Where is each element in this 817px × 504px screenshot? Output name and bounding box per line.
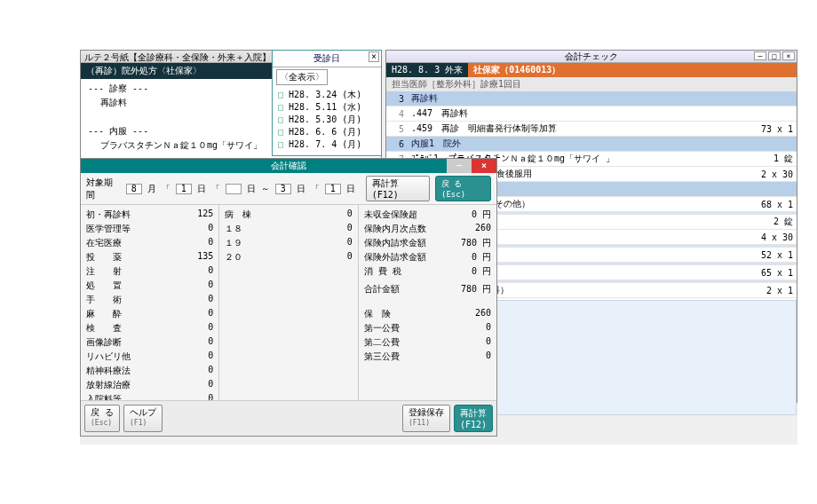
close-icon[interactable]: × — [782, 51, 795, 60]
summary-row: 保険外請求金額0 円 — [364, 250, 491, 264]
visit-date-item[interactable]: H28. 6. 6 (月) — [278, 126, 376, 138]
visit-date-item[interactable]: H28. 5.30 (月) — [278, 114, 376, 126]
summary-row: 処 置0 — [86, 279, 213, 293]
visit-date-item[interactable]: H28. 3.24 (木) — [278, 89, 376, 101]
period-label: 対象期間 — [86, 177, 121, 201]
visit-date-header: H28. 8. 3 外来 — [386, 63, 468, 77]
close-icon[interactable]: × — [369, 51, 379, 62]
summary-row: 合計金額780 円 — [364, 282, 491, 296]
footer-save-button[interactable]: 登録保存(F11) — [402, 405, 450, 432]
table-row[interactable]: 3再診料 — [386, 91, 797, 106]
summary-row: 精神科療法0 — [86, 364, 213, 378]
day-from-input[interactable] — [176, 184, 192, 194]
table-row[interactable]: 4.447 再診料 — [386, 106, 797, 122]
summary-row: １８0 — [225, 222, 352, 236]
visit-date-list: H28. 3.24 (木) H28. 5.11 (水) H28. 5.30 (月… — [273, 87, 381, 153]
summary-row: 医学管理等0 — [86, 222, 213, 236]
summary-row: 第一公費0 — [364, 321, 491, 335]
close-icon[interactable]: × — [472, 159, 496, 173]
left-window-title: ルテ２号紙【全診療科・全保険・外来＋入院】 — [84, 52, 271, 62]
modal-toolbar: 対象期間 月 「日 「日 ～ 日 「日 再計算(F12) 戻 る(Esc) — [81, 173, 496, 205]
right-title-text: 会計チェック — [565, 51, 618, 61]
summary-row: 第二公費0 — [364, 335, 491, 350]
summary-row: 画像診断0 — [86, 335, 213, 350]
modal-title-text: 会計確認 — [271, 161, 306, 170]
summary-row: リハビリ他0 — [86, 350, 213, 364]
summary-row: 第三公費0 — [364, 350, 491, 364]
recalc-button[interactable]: 再計算(F12) — [366, 176, 430, 201]
l0: --- 診察 --- — [88, 83, 148, 95]
summary-row: 消 費 税0 円 — [364, 264, 491, 279]
accounting-confirm-modal: 会計確認 ─ × 対象期間 月 「日 「日 ～ 日 「日 再計算(F12) 戻 … — [80, 158, 497, 437]
table-row[interactable]: 6内服1 院外 — [386, 137, 797, 152]
extra-input[interactable] — [226, 184, 242, 194]
show-all-button[interactable]: 〈全表示〉 — [276, 69, 328, 85]
month-from-input[interactable] — [126, 184, 142, 194]
l1: 再診料 — [100, 97, 127, 109]
summary-row: 保 険260 — [364, 307, 491, 321]
summary-row: 放射線治療0 — [86, 378, 213, 392]
visit-date-window: 受診日 × 〈全表示〉 H28. 3.24 (木) H28. 5.11 (水) … — [272, 50, 382, 156]
visit-date-item[interactable]: H28. 7. 4 (月) — [278, 138, 376, 151]
footer-help-button[interactable]: ヘルプ(F1) — [123, 405, 163, 432]
summary-row: 麻 酔0 — [86, 307, 213, 321]
day-to-input[interactable] — [325, 184, 341, 194]
modal-col-2: 病 棟0１８0１９0２０0 — [219, 205, 358, 425]
modal-titlebar[interactable]: 会計確認 ─ × — [81, 159, 496, 173]
minimize-icon[interactable]: ─ — [447, 159, 472, 173]
right-titlebar[interactable]: 会計チェック ─ □ × — [386, 51, 797, 63]
l3: --- 内服 --- — [88, 125, 148, 138]
doctor-header: 担当医師［整形外科］診療1回目 — [386, 77, 797, 91]
summary-row: 初・再診料125 — [86, 208, 213, 222]
summary-row: ２０0 — [225, 250, 352, 264]
minimize-icon[interactable]: ─ — [754, 51, 766, 60]
month-to-input[interactable] — [275, 184, 291, 194]
summary-row: 未収金保険超0 円 — [364, 208, 491, 222]
insurance-header: 社保家（01460013） — [468, 63, 797, 77]
summary-row: １９0 — [225, 236, 352, 250]
summary-row: 検 査0 — [86, 321, 213, 335]
summary-row: 保険内月次点数260 — [364, 222, 491, 236]
summary-row: 注 射0 — [86, 264, 213, 279]
visit-date-item[interactable]: H28. 5.11 (水) — [278, 101, 376, 114]
visit-date-title: 受診日 × — [273, 51, 381, 67]
summary-row: 手 術0 — [86, 293, 213, 307]
maximize-icon[interactable]: □ — [768, 51, 781, 60]
summary-row: 病 棟0 — [225, 208, 352, 222]
summary-row: 投 薬135 — [86, 250, 213, 264]
footer-back-button[interactable]: 戻 る(Esc) — [84, 405, 120, 432]
summary-row: 在宅医療0 — [86, 236, 213, 250]
footer-recalc-button[interactable]: 再計算(F12) — [454, 405, 493, 432]
modal-col-1: 初・再診料125医学管理等0在宅医療0投 薬135注 射0処 置0手 術0麻 酔… — [81, 205, 219, 425]
l4: プラバスタチンＮａ錠１０mg「サワイ」 1錠 — [100, 139, 294, 152]
back-button[interactable]: 戻 る(Esc) — [435, 176, 491, 201]
summary-row: 保険内請求金額780 円 — [364, 236, 491, 250]
modal-footer: 戻 る(Esc) ヘルプ(F1) 登録保存(F11) 再計算(F12) — [81, 400, 496, 436]
modal-col-3: 未収金保険超0 円保険内月次点数260保険内請求金額780 円保険外請求金額0 … — [359, 205, 496, 425]
left-subtitle: （再診）院外処方〈社保家〉 — [86, 65, 202, 77]
table-row[interactable]: 5.459 再診 明細書発行体制等加算73 x 1 — [386, 122, 797, 137]
